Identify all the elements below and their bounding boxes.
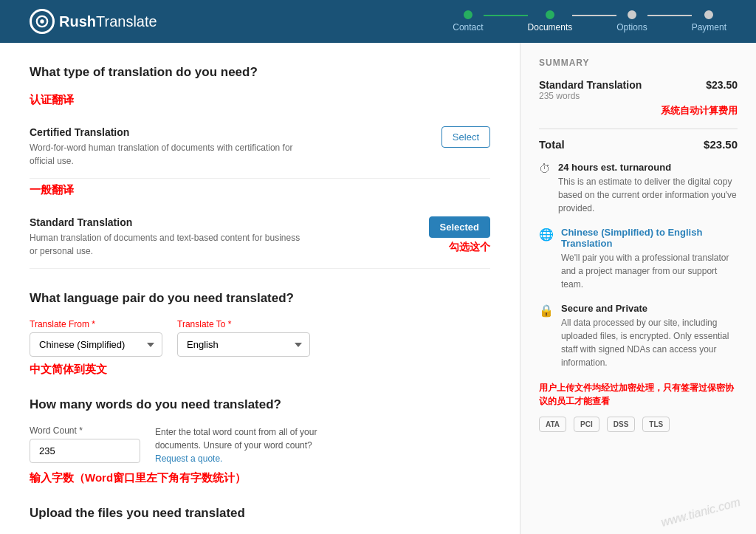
summary-item-row: Standard Translation 235 words $23.50 — [539, 79, 738, 101]
summary-item-price: $23.50 — [706, 79, 738, 91]
trust-badges: ATA PCI DSS TLS — [539, 417, 738, 432]
step-payment: Payment — [692, 10, 726, 32]
standard-info: Standard Translation Human translation o… — [30, 216, 310, 258]
page-header: RushTranslate Contact Documents Options … — [0, 0, 756, 43]
step-dot-options — [628, 10, 636, 19]
line-3 — [647, 15, 692, 16]
summary-item-name: Standard Translation — [539, 79, 642, 91]
standard-desc: Human translation of documents and text-… — [30, 231, 310, 258]
translation-type-title: What type of translation do you need? — [30, 65, 490, 80]
certified-desc: Word-for-word human translation of docum… — [30, 141, 310, 168]
step-label-contact: Contact — [453, 22, 483, 32]
certified-translation-option: Certified Translation Word-for-word huma… — [30, 116, 490, 179]
total-row: Total $23.50 — [539, 138, 738, 151]
translate-from-label: Translate From * — [30, 319, 162, 329]
summary-item-words: 235 words — [539, 91, 642, 101]
turnaround-feature: ⏱ 24 hours est. turnaround This is an es… — [539, 162, 738, 215]
wordcount-section: How many words do you need translated? W… — [30, 397, 490, 485]
secure-title: Secure and Private — [561, 303, 738, 314]
wordcount-title: How many words do you need translated? — [30, 397, 490, 412]
step-label-payment: Payment — [692, 22, 726, 32]
upload-title: Upload the files you need translated — [30, 506, 490, 521]
lang-pair-title: Chinese (Simplified) to English Translat… — [561, 227, 738, 249]
annotation-calc: 系统自动计算费用 — [539, 104, 738, 117]
translate-from-group: Translate From * Chinese (Simplified) — [30, 319, 162, 357]
upload-section: Upload the files you need translated 1.d… — [30, 506, 490, 534]
wordcount-input[interactable] — [30, 439, 140, 463]
wordcount-row: Word Count * Enter the total word count … — [30, 425, 490, 465]
annotation-lang: 中文简体到英文 — [30, 363, 107, 375]
wordcount-hint: Enter the total word count from all of y… — [155, 425, 347, 465]
translate-to-select[interactable]: English — [177, 332, 310, 357]
step-options: Options — [616, 10, 647, 32]
turnaround-title: 24 hours est. turnaround — [558, 162, 738, 173]
wordcount-label: Word Count * — [30, 425, 140, 436]
standard-selected-button[interactable]: Selected — [429, 216, 490, 238]
line-1 — [484, 15, 528, 16]
annotation-wordcount: 输入字数（Word窗口里左下角有字数统计） — [30, 471, 246, 484]
request-quote-link[interactable]: Request a quote. — [155, 453, 222, 464]
annotation-certified: 认证翻译 — [30, 93, 74, 107]
right-panel: SUMMARY Standard Translation 235 words $… — [520, 43, 756, 534]
wordcount-input-group: Word Count * — [30, 425, 140, 463]
turnaround-text: 24 hours est. turnaround This is an esti… — [558, 162, 738, 215]
badge-ata: ATA — [539, 417, 566, 432]
total-price: $23.50 — [704, 138, 738, 151]
summary-label: SUMMARY — [539, 58, 738, 68]
dropdowns-row: Translate From * Chinese (Simplified) Tr… — [30, 319, 490, 357]
standard-name: Standard Translation — [30, 216, 310, 228]
main-container: What type of translation do you need? 认证… — [0, 43, 756, 534]
step-dot-documents — [546, 10, 554, 19]
badge-dss: DSS — [607, 417, 636, 432]
step-documents: Documents — [528, 10, 573, 32]
lock-icon: 🔒 — [539, 304, 554, 318]
annotation-secure: 用户上传文件均经过加密处理，只有签署过保密协议的员工才能查看 — [539, 383, 734, 406]
annotation-selected: 勾选这个 — [449, 241, 490, 254]
line-2 — [572, 15, 616, 16]
translation-type-section: What type of translation do you need? 认证… — [30, 65, 490, 269]
progress-steps: Contact Documents Options Payment — [453, 10, 726, 32]
logo-text: RushTranslate — [59, 13, 157, 30]
secure-desc: All data processed by our site, includin… — [561, 316, 738, 369]
step-contact: Contact — [453, 10, 483, 32]
left-panel: What type of translation do you need? 认证… — [0, 43, 520, 534]
clock-icon: ⏱ — [539, 162, 551, 176]
badge-tls: TLS — [642, 417, 670, 432]
logo-area: RushTranslate — [30, 9, 157, 34]
turnaround-desc: This is an estimate to deliver the digit… — [558, 175, 738, 215]
translate-to-label: Translate To * — [177, 319, 310, 329]
summary-divider — [539, 129, 738, 129]
standard-translation-option: Standard Translation Human translation o… — [30, 206, 490, 269]
step-label-options: Options — [616, 22, 647, 32]
total-label: Total — [539, 138, 565, 151]
globe-icon: 🌐 — [539, 227, 554, 242]
language-title: What language pair do you need translate… — [30, 291, 490, 306]
badge-pci: PCI — [574, 417, 599, 432]
svg-point-1 — [40, 19, 44, 23]
step-dot-contact — [464, 10, 472, 19]
step-label-documents: Documents — [528, 22, 573, 32]
secure-text: Secure and Private All data processed by… — [561, 303, 738, 369]
certified-info: Certified Translation Word-for-word huma… — [30, 126, 310, 168]
language-section: What language pair do you need translate… — [30, 291, 490, 377]
secure-feature: 🔒 Secure and Private All data processed … — [539, 303, 738, 369]
translate-to-group: Translate To * English — [177, 319, 310, 357]
lang-pair-desc: We'll pair you with a professional trans… — [561, 251, 738, 291]
lang-pair-feature: 🌐 Chinese (Simplified) to English Transl… — [539, 227, 738, 291]
annotation-standard: 一般翻译 — [30, 183, 74, 197]
logo-icon — [30, 9, 55, 34]
translate-from-select[interactable]: Chinese (Simplified) — [30, 332, 162, 357]
step-dot-payment — [704, 10, 713, 19]
certified-select-button[interactable]: Select — [441, 126, 490, 148]
lang-pair-text: Chinese (Simplified) to English Translat… — [561, 227, 738, 291]
certified-name: Certified Translation — [30, 126, 310, 138]
